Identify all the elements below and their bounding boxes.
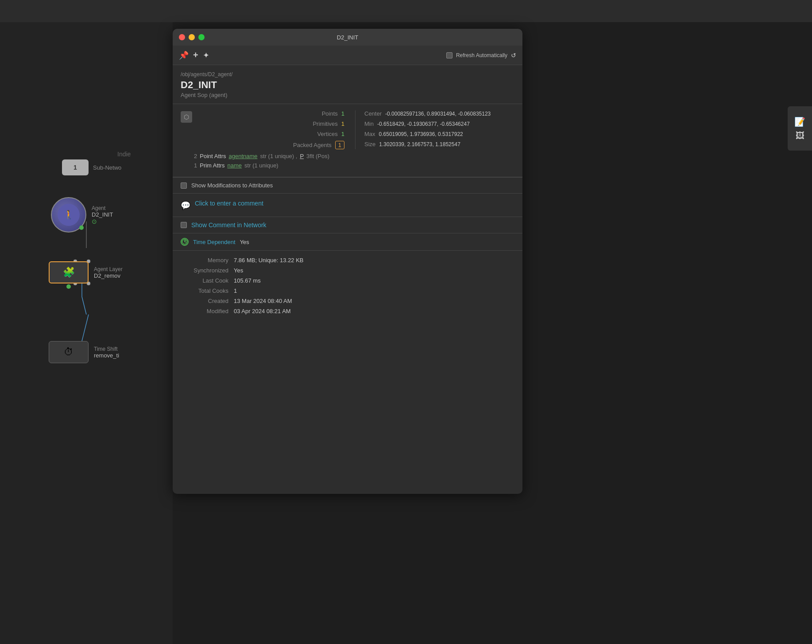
window-controls (179, 34, 205, 40)
point-attr-label: Point Attrs (200, 153, 226, 159)
primitives-label: Primitives (313, 120, 337, 127)
agent-label-group: Agent D2_INIT ⊙ (92, 205, 113, 225)
memory-label: Memory (181, 257, 234, 264)
size-values: 1.3020339, 2.1667573, 1.1852547 (379, 141, 460, 147)
modified-label: Modified (181, 308, 234, 314)
point-attr-count: 2 (194, 153, 197, 159)
sub-network-label: Sub-Netwo (93, 164, 121, 171)
refresh-label: Refresh Automatically (456, 52, 507, 58)
agentname-attr[interactable]: agentname (228, 153, 257, 159)
svg-line-2 (82, 297, 86, 314)
max-row: Max 0.65019095, 1.9736936, 0.5317922 (364, 131, 514, 137)
maximize-button[interactable] (198, 34, 205, 40)
image-icon[interactable]: 🖼 (796, 131, 804, 141)
agent-person-icon: 🚶 (63, 209, 74, 220)
right-icons-panel: 📝 🖼 (788, 106, 812, 151)
synchronized-row: Synchronized Yes (181, 267, 514, 274)
agent-layer-label-group: Agent Layer D2_remov (94, 266, 123, 279)
total-cooks-row: Total Cooks 1 (181, 287, 514, 294)
last-cook-row: Last Cook 105.67 ms (181, 277, 514, 284)
prim-attr-label: Prim Attrs (200, 162, 224, 169)
packed-agents-label: Packed Agents (293, 142, 332, 148)
show-comment-row: Show Comment in Network (173, 217, 522, 233)
time-shift-box: ⏱ (49, 341, 89, 363)
sub-network-node[interactable]: 1 Sub-Netwo (62, 159, 121, 175)
P-attr[interactable]: P (300, 153, 304, 159)
packed-agents-row: Packed Agents 1 (293, 141, 344, 149)
sub-network-box: 1 (62, 159, 89, 175)
center-values: -0.00082597136, 0.89031494, -0.060835123 (385, 111, 491, 117)
agent-layer-type-label: Agent Layer (94, 266, 123, 272)
header-info: /obj/agents/D2_agent/ D2_INIT Agent Sop … (173, 65, 522, 104)
node-subtitle: Agent Sop (agent) (181, 92, 514, 98)
created-label: Created (181, 298, 234, 304)
close-button[interactable] (179, 34, 185, 40)
toolbar: 📌 + ✦ Refresh Automatically ↺ (173, 46, 522, 65)
time-dependent-value: Yes (240, 239, 249, 245)
toolbar-left: 📌 + ✦ (179, 50, 209, 60)
agent-status-dot (79, 225, 84, 230)
max-values: 0.65019095, 1.9736936, 0.5317922 (379, 131, 463, 137)
plugin-icon[interactable]: ✦ (203, 50, 209, 60)
modifications-checkbox[interactable] (181, 182, 187, 189)
vertices-value: 1 (341, 131, 344, 137)
memory-value: 7.86 MB; Unique: 13.22 KB (234, 257, 304, 264)
attr2-type: 3flt (Pos) (306, 153, 329, 159)
center-label: Center (364, 110, 382, 117)
add-icon[interactable]: + (193, 50, 198, 60)
modified-value: 03 Apr 2024 08:21 AM (234, 308, 291, 314)
center-row: Center -0.00082597136, 0.89031494, -0.06… (364, 110, 514, 117)
show-comment-checkbox[interactable] (181, 222, 187, 228)
min-label: Min (364, 120, 374, 127)
total-cooks-value: 1 (234, 287, 237, 294)
agent-name-label: D2_INIT (92, 211, 113, 218)
max-label: Max (364, 131, 375, 137)
refresh-checkbox[interactable] (446, 52, 452, 58)
agent-layer-icon: 🧩 (63, 267, 75, 278)
show-comment-label[interactable]: Show Comment in Network (191, 221, 267, 229)
prim-attr-type: str (1 unique) (244, 162, 278, 169)
breadcrumb: /obj/agents/D2_agent/ (181, 71, 514, 78)
points-row: Points 1 (322, 110, 344, 117)
created-value: 13 Mar 2024 08:40 AM (234, 298, 292, 304)
clock-svg (182, 238, 188, 246)
vertices-label: Vertices (317, 131, 338, 137)
agent-circle: 🚶 (51, 197, 86, 233)
agent-ok-icon: ⊙ (92, 218, 113, 225)
scroll-content[interactable]: /obj/agents/D2_agent/ D2_INIT Agent Sop … (173, 65, 522, 494)
cube-icon: ⬡ (184, 113, 189, 120)
synchronized-value: Yes (234, 267, 243, 274)
memory-row: Memory 7.86 MB; Unique: 13.22 KB (181, 257, 514, 264)
svg-line-10 (185, 242, 186, 243)
size-label: Size (364, 141, 375, 147)
node-title: D2_INIT (181, 79, 514, 91)
sub-network-number: 1 (73, 164, 77, 171)
size-row: Size 1.3020339, 2.1667573, 1.1852547 (364, 141, 514, 147)
node-type-icon: ⬡ (181, 111, 192, 123)
agent-layer-node[interactable]: 🧩 Agent Layer D2_remov (49, 261, 123, 283)
last-cook-label: Last Cook (181, 277, 234, 284)
comment-section[interactable]: 💬 Click to enter a comment (173, 193, 522, 217)
name-attr[interactable]: name (228, 162, 242, 169)
comment-input[interactable]: Click to enter a comment (195, 200, 263, 207)
synchronized-label: Synchronized (181, 267, 234, 274)
modifications-label: Show Modifications to Attributes (191, 182, 273, 189)
agent-type-label: Agent (92, 205, 113, 211)
modifications-row: Show Modifications to Attributes (173, 177, 522, 193)
memory-section: Memory 7.86 MB; Unique: 13.22 KB Synchro… (173, 250, 522, 321)
min-values: -0.6518429, -0.19306377, -0.65346247 (377, 121, 470, 127)
created-row: Created 13 Mar 2024 08:40 AM (181, 298, 514, 304)
time-shift-node[interactable]: ⏱ Time Shift remove_ti (49, 341, 119, 363)
network-connections (0, 22, 173, 554)
total-cooks-label: Total Cooks (181, 287, 234, 294)
note-icon[interactable]: 📝 (794, 116, 805, 127)
pin-icon[interactable]: 📌 (179, 50, 189, 60)
minimize-button[interactable] (189, 34, 195, 40)
top-bar (0, 0, 812, 22)
stats-right-col: Center -0.00082597136, 0.89031494, -0.06… (356, 110, 514, 149)
primitives-row: Primitives 1 (313, 120, 344, 127)
agent-d2init-node[interactable]: 🚶 Agent D2_INIT ⊙ (51, 197, 113, 233)
point-attrs-row: 2 Point Attrs agentname str (1 unique) ,… (194, 153, 514, 159)
time-shift-type-label: Time Shift (94, 346, 119, 352)
refresh-icon[interactable]: ↺ (511, 52, 516, 59)
